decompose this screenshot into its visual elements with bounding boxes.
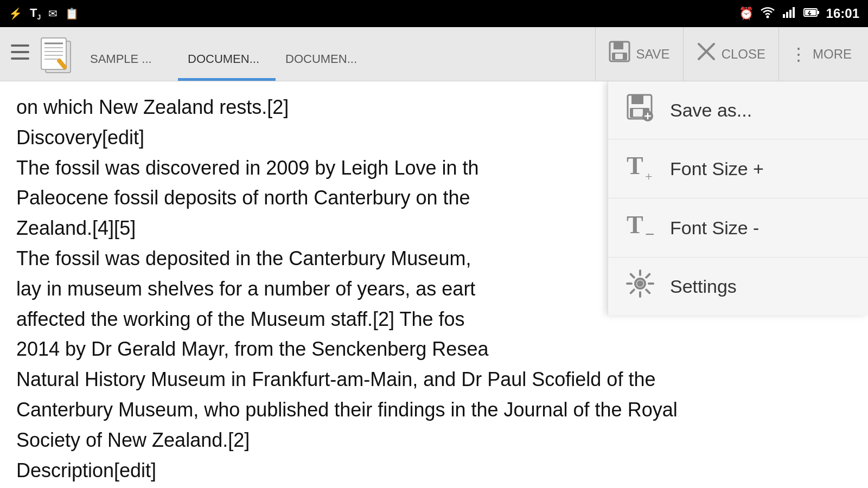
t-icon: TJ bbox=[30, 6, 41, 21]
svg-rect-28 bbox=[633, 109, 643, 117]
menu-item-settings[interactable]: Settings bbox=[608, 258, 868, 315]
tabs-area: SAMPLE ... DOCUMEN... DOCUMEN... bbox=[80, 27, 595, 81]
clipboard-icon: 📋 bbox=[65, 7, 79, 20]
document-content: on which New Zealand rests.[2] Discovery… bbox=[16, 96, 678, 488]
usb-icon: ⚡ bbox=[9, 7, 22, 20]
svg-point-37 bbox=[637, 280, 643, 287]
hamburger-button[interactable] bbox=[5, 39, 35, 69]
more-button[interactable]: ⋮ MORE bbox=[778, 27, 863, 81]
font-size-plus-label: Font Size + bbox=[670, 158, 764, 179]
mail-icon: ✉ bbox=[48, 7, 58, 20]
signal-icon bbox=[782, 7, 797, 21]
save-as-label: Save as... bbox=[670, 100, 752, 121]
save-button[interactable]: SAVE bbox=[595, 27, 682, 81]
svg-rect-7 bbox=[805, 10, 816, 15]
settings-label: Settings bbox=[670, 276, 737, 297]
svg-rect-8 bbox=[11, 44, 29, 47]
wifi-icon bbox=[760, 7, 775, 21]
svg-text:+: + bbox=[645, 169, 653, 181]
svg-point-0 bbox=[766, 16, 769, 18]
dropdown-menu: Save as... T + Font Size + T − Font Size… bbox=[608, 81, 868, 315]
toolbar-actions: SAVE CLOSE ⋮ MORE bbox=[595, 27, 863, 81]
app-logo bbox=[40, 37, 75, 72]
more-icon: ⋮ bbox=[790, 44, 808, 65]
svg-rect-6 bbox=[818, 11, 819, 14]
svg-rect-20 bbox=[614, 42, 623, 49]
save-label: SAVE bbox=[636, 47, 669, 62]
settings-icon bbox=[626, 269, 655, 303]
svg-text:T: T bbox=[627, 211, 643, 239]
toolbar: SAMPLE ... DOCUMEN... DOCUMEN... SAVE bbox=[0, 27, 868, 81]
svg-text:−: − bbox=[645, 225, 655, 240]
tab-document2[interactable]: DOCUMEN... bbox=[276, 37, 373, 81]
svg-rect-3 bbox=[789, 10, 792, 18]
status-bar: ⚡ TJ ✉ 📋 ⏰ bbox=[0, 0, 868, 27]
status-left-icons: ⚡ TJ ✉ 📋 bbox=[9, 6, 79, 21]
svg-text:T: T bbox=[627, 152, 643, 179]
content-area: on which New Zealand rests.[2] Discovery… bbox=[0, 81, 868, 488]
more-label: MORE bbox=[813, 47, 852, 62]
save-as-icon bbox=[626, 93, 655, 127]
save-icon bbox=[609, 41, 630, 67]
battery-icon bbox=[803, 7, 820, 21]
alarm-icon: ⏰ bbox=[739, 7, 754, 21]
svg-rect-9 bbox=[11, 51, 29, 53]
svg-rect-26 bbox=[631, 95, 643, 104]
svg-rect-22 bbox=[615, 54, 623, 59]
menu-item-save-as[interactable]: Save as... bbox=[608, 81, 868, 139]
menu-item-font-size-minus[interactable]: T − Font Size - bbox=[608, 198, 868, 258]
svg-rect-2 bbox=[786, 12, 788, 18]
svg-rect-10 bbox=[11, 57, 29, 60]
close-button[interactable]: CLOSE bbox=[683, 27, 778, 81]
svg-rect-4 bbox=[793, 7, 795, 18]
tab-sample[interactable]: SAMPLE ... bbox=[80, 37, 178, 81]
close-label: CLOSE bbox=[722, 47, 765, 62]
svg-rect-1 bbox=[783, 14, 785, 18]
status-right-icons: ⏰ bbox=[739, 6, 859, 21]
menu-item-font-size-plus[interactable]: T + Font Size + bbox=[608, 139, 868, 198]
close-icon bbox=[697, 42, 716, 66]
font-size-plus-icon: T + bbox=[626, 151, 655, 186]
tab-document1[interactable]: DOCUMEN... bbox=[178, 37, 276, 81]
font-size-minus-icon: T − bbox=[626, 210, 655, 245]
status-time: 16:01 bbox=[826, 6, 859, 21]
font-size-minus-label: Font Size - bbox=[670, 217, 759, 239]
tab-underline-document1 bbox=[178, 78, 276, 81]
